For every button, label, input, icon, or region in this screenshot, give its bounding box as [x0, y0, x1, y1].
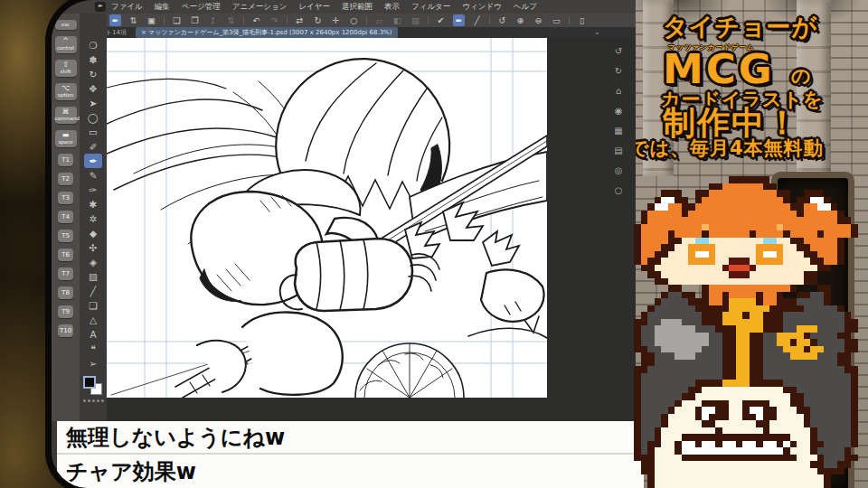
- confirm-icon[interactable]: ✔: [435, 14, 447, 26]
- chat-message: 無理しないようにねw: [57, 421, 644, 455]
- layer-panel-icon[interactable]: ▦: [614, 125, 622, 137]
- snap-ring-icon[interactable]: ○: [348, 14, 360, 26]
- divider[interactable]: [164, 16, 165, 24]
- marquee-tool[interactable]: ▭: [84, 125, 102, 139]
- undo-icon[interactable]: ↶: [250, 14, 262, 26]
- screentone-icon[interactable]: ▨: [410, 14, 421, 26]
- eyedropper-tool[interactable]: ✐: [84, 139, 102, 154]
- figure-tool[interactable]: △: [84, 313, 102, 327]
- page-nav-icon[interactable]: ⇅: [225, 14, 237, 26]
- object-tool[interactable]: ➤: [84, 96, 102, 110]
- modifier-key[interactable]: esc: [55, 20, 77, 30]
- balloon-tool[interactable]: ❝: [84, 342, 102, 356]
- modifier-key[interactable]: T7: [58, 267, 73, 280]
- divider[interactable]: [287, 16, 288, 24]
- workspace: ↺↻⌂◉▦▤◎○: [107, 38, 636, 421]
- reference-icon[interactable]: ▣: [146, 14, 157, 26]
- overlay-title-line1: タイチョーが: [663, 11, 817, 43]
- modifier-key[interactable]: ⌘command: [55, 107, 77, 124]
- modifier-key[interactable]: T3: [58, 192, 73, 204]
- modifier-key[interactable]: T5: [58, 230, 73, 242]
- brush-tool[interactable]: ✑: [84, 183, 102, 197]
- modifier-key[interactable]: ⇧shift: [55, 60, 77, 77]
- current-tool-icon[interactable]: ✒: [109, 14, 121, 26]
- subtool-panel-icon[interactable]: ▤: [614, 145, 622, 157]
- overlay-ticker: では、毎月4本無料動: [636, 136, 824, 161]
- blend-tool[interactable]: ✣: [84, 240, 102, 255]
- tool-list: ❍✽↻✥➤◯▭✐✒✎✑✱✲◆✣◈▨╱❏△A❝➢: [84, 38, 102, 371]
- modifier-key[interactable]: ▬space: [55, 130, 77, 147]
- zoom-in-icon[interactable]: ⊕: [514, 14, 526, 26]
- chat-panel: 無理しないようにねwチャア効果w: [57, 421, 644, 488]
- selection-launcher-icon[interactable]: ▱: [373, 14, 385, 26]
- divider[interactable]: [569, 16, 570, 24]
- foreground-color-swatch[interactable]: [83, 376, 96, 389]
- stream-frame: ✒ ファイル編集ページ管理アニメーションレイヤー選択範囲表示フィルターウィンドウ…: [0, 0, 868, 488]
- canvas-artwork: [107, 38, 547, 398]
- reset-view-icon[interactable]: ⌂: [616, 85, 621, 98]
- modifier-key[interactable]: T10: [58, 324, 73, 337]
- modifier-key[interactable]: T8: [58, 286, 73, 299]
- modifier-key[interactable]: T2: [58, 173, 73, 185]
- export-icon[interactable]: ↥: [207, 14, 219, 26]
- open-file-icon[interactable]: ❐: [189, 14, 201, 26]
- zoom-tool[interactable]: ❍: [84, 38, 102, 52]
- modifier-key[interactable]: T6: [58, 249, 73, 261]
- modifier-key[interactable]: T9: [58, 305, 73, 318]
- operation-tool[interactable]: ➢: [84, 356, 102, 371]
- pencil-tool[interactable]: ✎: [84, 168, 102, 183]
- hand-tool[interactable]: ✽: [84, 52, 102, 67]
- tool-strip: ❍✽↻✥➤◯▭✐✒✎✑✱✲◆✣◈▨╱❏△A❝➢: [80, 14, 107, 421]
- chat-message: チャア効果w: [57, 455, 644, 488]
- rotate-icon[interactable]: ↻: [312, 14, 324, 26]
- modifier-key[interactable]: T4: [58, 211, 73, 223]
- chevron-down-icon[interactable]: ⌄: [594, 28, 600, 36]
- fill-tool[interactable]: ◈: [84, 255, 102, 269]
- settings-icon[interactable]: ○: [615, 184, 623, 197]
- quick-access-strip: ↺↻⌂◉▦▤◎○: [607, 45, 630, 197]
- overlay-title-no: の: [791, 63, 812, 89]
- line-tool[interactable]: ╱: [84, 284, 102, 298]
- document-tab[interactable]: × マッツァンカードゲーム_第3弾_猫毛刑事-1.psd (3007 x 264…: [136, 27, 398, 38]
- text-tool[interactable]: A: [84, 327, 102, 342]
- redo-icon[interactable]: ↷: [269, 14, 280, 26]
- lasso-tool[interactable]: ◯: [84, 110, 102, 125]
- app-window: ✒ ファイル編集ページ管理アニメーションレイヤー選択範囲表示フィルターウィンドウ…: [52, 0, 868, 488]
- navigator-icon[interactable]: ◎: [615, 164, 623, 177]
- color-swatches[interactable]: [83, 376, 103, 396]
- redo-quick-icon[interactable]: ↻: [615, 65, 622, 78]
- decoration-tool[interactable]: ✲: [84, 211, 102, 226]
- modifier-key[interactable]: ⌥option: [55, 83, 77, 100]
- divider[interactable]: [428, 16, 429, 24]
- edge-keyboard: esc^control⇧shift⌥option⌘command▬spaceT1…: [52, 14, 80, 421]
- eraser-tool[interactable]: ◆: [84, 226, 102, 240]
- airbrush-tool[interactable]: ✱: [84, 197, 102, 211]
- flip-horizontal-icon[interactable]: ⇄: [294, 14, 306, 26]
- vector-pen-icon[interactable]: ✒: [453, 14, 465, 26]
- modifier-key[interactable]: T1: [58, 154, 73, 166]
- drawing-canvas[interactable]: [107, 38, 547, 398]
- divider[interactable]: [243, 16, 244, 24]
- pixel-character: [634, 176, 864, 488]
- move-tool[interactable]: ✥: [84, 81, 102, 96]
- divider[interactable]: [366, 16, 367, 24]
- undo-quick-icon[interactable]: ↺: [615, 45, 622, 58]
- zoom-out-icon[interactable]: ⊖: [533, 14, 544, 26]
- app-logo-icon[interactable]: ✒: [95, 2, 106, 12]
- frame-tool[interactable]: ❏: [84, 298, 102, 313]
- gradient-icon[interactable]: ◧: [392, 14, 403, 26]
- device-icon[interactable]: ▯: [576, 14, 588, 26]
- new-canvas-icon[interactable]: ❏: [171, 14, 183, 26]
- pen-tool[interactable]: ✒: [84, 154, 102, 168]
- rotate-canvas-tool[interactable]: ↻: [84, 67, 102, 81]
- rotate-view-icon[interactable]: ↺: [496, 14, 508, 26]
- tool-size-icon[interactable]: ⇅: [127, 14, 139, 26]
- line-correct-icon[interactable]: ╱: [471, 14, 483, 26]
- divider[interactable]: [489, 16, 490, 24]
- fit-screen-icon[interactable]: ▭: [551, 14, 562, 26]
- snap-icon[interactable]: ✛: [330, 14, 342, 26]
- modifier-key[interactable]: ^control: [55, 36, 77, 53]
- gradient-tool[interactable]: ▨: [84, 269, 102, 284]
- color-wheel-icon[interactable]: ◉: [615, 105, 623, 117]
- line-art: [107, 59, 547, 398]
